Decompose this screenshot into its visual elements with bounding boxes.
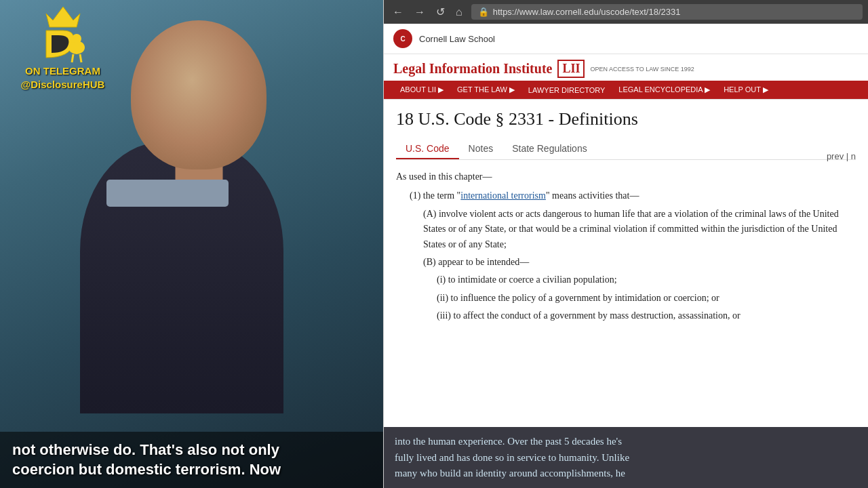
lii-tagline: OPEN ACCESS TO LAW SINCE 1992 [590,66,694,73]
lii-brand-name: Legal Information Institute [393,61,552,77]
sectionA-text: involve violent acts or acts dangerous t… [423,209,839,249]
bottom-line2: fully lived and has done so in service t… [395,450,857,466]
browser-nav-buttons: ← → ↺ ⌂ [389,4,466,20]
disclosure-hub-logo [33,3,94,64]
back-button[interactable]: ← [389,5,407,20]
section1: (1) the term "international terrorism" m… [410,188,856,203]
video-panel: ON TELEGRAM @DisclosureHUB not otherwise… [0,0,383,488]
nav-about-lii[interactable]: ABOUT LII ▶ [393,81,450,99]
subtitle-bar: not otherwise do. That's also not onlyco… [0,432,383,488]
svg-point-2 [72,34,81,43]
intro-text: As used in this chapter— [396,169,856,184]
tab-us-code[interactable]: U.S. Code [396,139,459,159]
address-bar[interactable] [493,7,856,17]
sectioniii-text: to affect the conduct of a government by… [454,310,741,321]
nav-legal-encyclopedia[interactable]: LEGAL ENCYCLOPEDIA ▶ [612,81,717,99]
sectionA-label: (A) [423,209,436,219]
browser-panel: ← → ↺ ⌂ 🔒 C Cornell Law School Legal Inf… [383,0,868,488]
svg-line-4 [80,54,81,62]
sectionB: (B) appear to be intended— [423,255,856,270]
sectioni-label: (i) [437,274,446,285]
home-button[interactable]: ⌂ [452,5,466,20]
browser-chrome: ← → ↺ ⌂ 🔒 [384,0,868,24]
cornell-title: Cornell Law School [419,34,495,44]
bottom-overlay: into the human experience. Over the past… [384,427,868,488]
lock-icon: 🔒 [478,7,489,17]
svg-line-3 [72,54,73,62]
address-bar-container: 🔒 [471,4,863,20]
person-shirt [106,180,229,207]
main-content: 18 U.S. Code § 2331 - Definitions U.S. C… [384,100,868,488]
content-tabs: U.S. Code Notes State Regulations [396,139,856,160]
page-title: 18 U.S. Code § 2331 - Definitions [396,109,856,129]
lii-nav-bar: Legal Information Institute LII OPEN ACC… [384,54,868,100]
nav-lawyer-directory[interactable]: LAWYER DIRECTORY [521,81,612,99]
lii-abbr: LII [562,62,580,76]
lii-nav-links: ABOUT LII ▶ GET THE LAW ▶ LAWYER DIRECTO… [384,81,868,99]
tab-state-regulations[interactable]: State Regulations [502,139,597,159]
international-terrorism-link[interactable]: international terrorism [460,190,546,201]
section1-text2: " means activities that— [546,190,639,201]
cornell-logo: C [393,29,412,48]
lii-bracket-box: LII [557,60,585,78]
bottom-line3: many who build an identity around accomp… [395,466,857,481]
sectionB-text: appear to be intended— [438,257,529,267]
legal-text: As used in this chapter— (1) the term "i… [396,169,856,324]
nav-get-the-law[interactable]: GET THE LAW ▶ [450,81,521,99]
forward-button[interactable]: → [411,5,429,20]
sectioniii-label: (iii) [437,310,451,321]
sectionii: (ii) to influence the policy of a govern… [437,291,856,306]
bottom-overlay-text: into the human experience. Over the past… [395,434,857,481]
bottom-line1: into the human experience. Over the past… [395,434,857,449]
section1-label: (1) [410,190,420,201]
section1-text: the term " [423,190,460,201]
sectionA: (A) involve violent acts or acts dangero… [423,207,856,252]
prev-next-nav[interactable]: prev | n [827,151,856,161]
person-head [131,20,267,169]
nav-help-out[interactable]: HELP OUT ▶ [717,81,775,99]
sectioniii: (iii) to affect the conduct of a governm… [437,308,856,323]
logo-overlay: ON TELEGRAM @DisclosureHUB [3,3,122,129]
lii-brand: Legal Information Institute LII OPEN ACC… [384,54,868,81]
sectioni-text: to intimidate or coerce a civilian popul… [448,274,617,285]
subtitle-text: not otherwise do. That's also not onlyco… [12,440,371,480]
site-header: C Cornell Law School [384,24,868,54]
sectionii-label: (ii) [437,293,448,303]
sectionB-label: (B) [423,257,436,267]
svg-marker-0 [46,7,80,27]
sectioni: (i) to intimidate or coerce a civilian p… [437,272,856,287]
sectionii-text: to influence the policy of a government … [451,293,719,303]
refresh-button[interactable]: ↺ [433,4,448,20]
logo-text: ON TELEGRAM @DisclosureHUB [21,64,105,91]
tab-notes[interactable]: Notes [459,139,503,159]
